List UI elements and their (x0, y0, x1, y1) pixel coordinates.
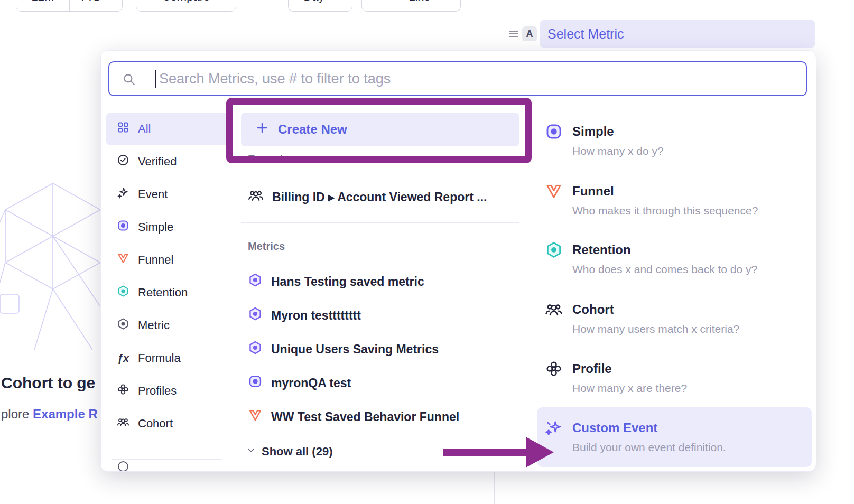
range-12m-button[interactable]: 12M (16, 0, 69, 11)
type-option-simple[interactable]: Simple How many x do y? (537, 123, 806, 163)
empty-state-title-fragment: Cohort to ge (1, 374, 95, 392)
simple-metric-icon (545, 123, 563, 141)
retention-icon (545, 241, 563, 259)
select-metric-field[interactable]: Select Metric (540, 20, 815, 48)
cohort-people-icon (248, 188, 264, 207)
type-option-funnel[interactable]: Funnel Who makes it through this sequenc… (537, 182, 806, 222)
funnel-icon (117, 252, 129, 268)
sidebar-item-label: Funnel (138, 253, 173, 267)
sidebar-item-formula[interactable]: ƒx Formula (106, 342, 228, 375)
metric-item-label: Hans Testing saved metric (271, 275, 424, 289)
search-icon (122, 72, 136, 86)
custom-event-spark-icon (545, 419, 563, 437)
sidebar-item-verified[interactable]: Verified (106, 145, 228, 178)
sidebar-item-label: Metric (138, 319, 170, 332)
sidebar-item-retention[interactable]: Retention (106, 276, 228, 309)
create-new-button[interactable]: Create New (241, 113, 519, 146)
search-box (108, 61, 807, 96)
sidebar-item-cohort[interactable]: Cohort (106, 407, 228, 440)
show-all-toggle[interactable]: Show all (29) (246, 441, 332, 462)
type-description: How many users match x criteria? (572, 322, 739, 336)
metric-item-label: myronQA test (271, 376, 351, 390)
search-input[interactable] (109, 62, 806, 95)
explore-text-fragment: plore (1, 407, 29, 421)
metric-hexagon-icon (117, 318, 129, 333)
metric-picker-modal: All Verified Event Simple (100, 50, 816, 472)
formula-fx-icon: ƒx (117, 352, 129, 365)
type-title: Retention (572, 241, 631, 259)
saved-metric-hexagon-icon (248, 340, 263, 358)
sidebar-item-label: Retention (138, 286, 188, 300)
range-ytd-label: YTD (79, 0, 102, 4)
type-title: Custom Event (572, 419, 657, 437)
day-granularity-button[interactable]: Day (288, 0, 352, 12)
metric-list-item[interactable]: myronQA test (248, 368, 351, 398)
sidebar-item-profiles[interactable]: Profiles (106, 375, 228, 407)
sidebar-item-metric[interactable]: Metric (106, 309, 228, 342)
type-option-retention[interactable]: Retention Who does x and comes back to d… (537, 241, 806, 281)
type-title: Cohort (572, 301, 614, 319)
range-12m-label: 12M (32, 0, 54, 4)
type-title: Funnel (572, 182, 614, 200)
sidebar-item-funnel[interactable]: Funnel (106, 244, 228, 276)
metrics-header: Metrics (248, 240, 285, 253)
metric-item-label: WW Test Saved Behavior Funnel (271, 410, 459, 424)
event-spark-icon (117, 186, 129, 202)
metric-list-item[interactable]: WW Test Saved Behavior Funnel (248, 402, 459, 432)
sidebar-item-label: All (138, 122, 151, 136)
list-divider (241, 222, 519, 223)
chevron-down-icon (106, 0, 113, 4)
text-cursor (155, 70, 156, 88)
sidebar-item-label: Formula (138, 351, 181, 365)
type-title: Simple (572, 123, 614, 141)
sidebar-item-label: Event (138, 188, 168, 201)
example-reports-link[interactable]: Example R (33, 407, 98, 421)
retention-icon (117, 285, 129, 301)
simple-metric-icon (248, 374, 263, 392)
recent-item[interactable]: Billing ID ▸ Account Viewed Report ... (248, 185, 487, 209)
chevron-down-icon (246, 445, 256, 459)
recents-header: Recents (248, 153, 289, 165)
cohort-people-icon (545, 301, 563, 319)
saved-metric-hexagon-icon (248, 306, 263, 324)
profiles-flower-icon (545, 360, 563, 378)
day-label: Day (303, 0, 324, 4)
line-chart-type-button[interactable]: Line (361, 0, 461, 12)
show-all-label: Show all (29) (262, 445, 332, 459)
compare-label: Compare (162, 0, 210, 4)
range-ytd-button[interactable]: YTD (69, 0, 122, 11)
recent-item-label: Billing ID ▸ Account Viewed Report ... (272, 190, 487, 204)
metric-list-item[interactable]: Hans Testing saved metric (248, 267, 424, 296)
sidebar-item-event[interactable]: Event (106, 178, 228, 211)
metric-item-label: Myron testttttttt (271, 309, 361, 323)
type-description: Who makes it through this sequence? (572, 203, 758, 218)
metric-list-panel: Create New Recents Billing ID ▸ Account … (241, 113, 519, 466)
sidebar-item-partial-icon[interactable] (117, 465, 129, 472)
metric-list-item[interactable]: Myron testttttttt (248, 301, 361, 330)
type-option-profile[interactable]: Profile How many x are there? (537, 360, 806, 400)
create-new-label: Create New (278, 122, 347, 137)
select-metric-label: Select Metric (547, 26, 624, 42)
chevron-down-icon (330, 0, 337, 4)
series-a-badge: A (522, 26, 537, 41)
type-title: Profile (572, 360, 612, 378)
date-range-group: 12M YTD (16, 0, 123, 12)
type-description: How many x are there? (572, 381, 687, 395)
sidebar-item-all[interactable]: All (106, 113, 228, 145)
compare-button[interactable]: Compare (136, 0, 236, 12)
type-option-custom-event[interactable]: Custom Event Build your own event defini… (537, 407, 812, 467)
plus-icon (256, 122, 268, 137)
verified-badge-icon (117, 154, 129, 170)
line-label: Line (409, 0, 431, 4)
sidebar-item-simple[interactable]: Simple (106, 211, 228, 244)
sidebar-item-label: Cohort (138, 417, 173, 431)
type-option-cohort[interactable]: Cohort How many users match x criteria? (537, 301, 806, 341)
line-chart-icon (392, 0, 403, 4)
empty-state-subtitle: plore Example R (1, 407, 98, 422)
funnel-icon (248, 408, 263, 426)
panel-divider (494, 468, 495, 504)
type-description: Build your own event definition. (572, 440, 726, 454)
funnel-icon (545, 182, 563, 200)
drag-handle-icon[interactable] (508, 29, 519, 39)
metric-list-item[interactable]: Unique Users Saving Metrics (248, 334, 439, 364)
